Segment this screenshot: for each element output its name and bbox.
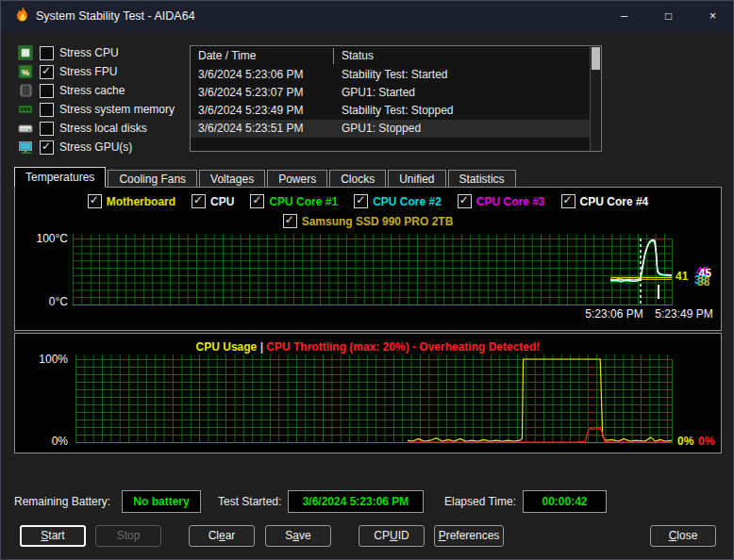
log-row[interactable]: 3/6/2024 5:23:07 PMGPU1: Started	[191, 84, 591, 102]
log-column-status[interactable]: Status	[342, 49, 374, 62]
status-label-remaining-battery: Remaining Battery:	[14, 495, 110, 508]
stress-option-label: Stress cache	[59, 84, 125, 97]
legend-checkbox-samsung-ssd-990-pro-2tb[interactable]	[283, 214, 297, 228]
log-cell-status: GPU1: Stopped	[342, 122, 421, 135]
usage-y-max-label: 100%	[25, 353, 68, 366]
temp-time-start-label: 5:23:06 PM	[580, 307, 648, 321]
fpu-icon: %	[18, 64, 33, 79]
legend-label: CPU Core #4	[580, 195, 649, 208]
legend-cpu-core-3[interactable]: CPU Core #3	[458, 194, 545, 208]
status-label-test-started: Test Started:	[218, 495, 281, 508]
temp-y-min-label: 0°C	[26, 295, 68, 308]
start-button[interactable]: Start	[20, 525, 86, 547]
log-cell-date-time: 3/6/2024 5:23:49 PM	[198, 104, 303, 117]
close-window-button[interactable]: ×	[691, 1, 734, 31]
tab-cooling-fans[interactable]: Cooling Fans	[108, 170, 197, 188]
log-column-date-time[interactable]: Date / Time	[198, 49, 256, 62]
usage-y-min-label: 0%	[25, 435, 68, 448]
stress-option-stress-system-memory[interactable]: Stress system memory	[18, 101, 175, 118]
status-value-test-started: 3/6/2024 5:23:06 PM	[288, 490, 424, 513]
checkbox-stress-gpu-s[interactable]	[40, 140, 54, 155]
legend-cpu[interactable]: CPU	[192, 194, 234, 208]
temperature-chart-panel: MotherboardCPUCPU Core #1CPU Core #2CPU …	[14, 187, 722, 331]
stress-option-label: Stress GPU(s)	[59, 140, 132, 154]
close-button[interactable]: Close	[650, 525, 716, 547]
usage-title-part: |	[257, 340, 266, 354]
legend-cpu-core-2[interactable]: CPU Core #2	[354, 194, 442, 208]
legend-cpu-core-4[interactable]: CPU Core #4	[561, 194, 649, 208]
legend-label: CPU	[210, 195, 234, 208]
checkbox-stress-cache[interactable]	[40, 84, 54, 98]
cpu-usage-chart-title: CPU Usage | CPU Throttling (max: 20%) - …	[15, 340, 721, 354]
stop-button: Stop	[95, 525, 161, 547]
legend-checkbox-cpu-core-2[interactable]	[354, 194, 368, 208]
log-cell-date-time: 3/6/2024 5:23:51 PM	[198, 122, 303, 135]
tab-unified[interactable]: Unified	[388, 170, 445, 188]
log-cell-status: GPU1: Started	[342, 86, 415, 99]
column-separator[interactable]	[333, 48, 334, 64]
checkbox-stress-local-disks[interactable]	[40, 122, 54, 136]
log-row[interactable]: 3/6/2024 5:23:49 PMStability Test: Stopp…	[191, 102, 591, 120]
legend-motherboard[interactable]: Motherboard	[88, 194, 175, 208]
temp-value-38-4: 38	[697, 275, 709, 288]
maximize-button[interactable]: □	[646, 1, 691, 31]
stress-option-label: Stress CPU	[59, 46, 119, 59]
status-value-remaining-battery: No battery	[122, 490, 201, 513]
log-row[interactable]: 3/6/2024 5:23:06 PMStability Test: Start…	[191, 66, 591, 84]
legend-checkbox-cpu-core-4[interactable]	[561, 194, 576, 208]
checkbox-stress-fpu[interactable]	[40, 65, 54, 79]
legend-checkbox-cpu-core-1[interactable]	[250, 194, 264, 208]
clear-button[interactable]: Clear	[189, 525, 255, 547]
tab-statistics[interactable]: Statistics	[448, 170, 516, 188]
usage-chart-lines	[75, 359, 672, 442]
legend-label: Samsung SSD 990 PRO 2TB	[302, 215, 454, 228]
stress-option-stress-gpu-s[interactable]: Stress GPU(s)	[18, 139, 132, 156]
window-title: System Stability Test - AIDA64	[36, 9, 195, 23]
temp-value-41-0: 41	[676, 270, 688, 283]
event-log-table: Date / Time Status 3/6/2024 5:23:06 PMSt…	[190, 45, 602, 152]
stress-option-stress-cache[interactable]: Stress cache	[18, 82, 125, 99]
stress-option-stress-cpu[interactable]: Stress CPU	[18, 44, 119, 61]
stress-option-stress-fpu[interactable]: %Stress FPU	[18, 63, 117, 80]
legend-samsung-ssd-990-pro-2tb[interactable]: Samsung SSD 990 PRO 2TB	[283, 214, 454, 228]
temp-chart-lines	[73, 239, 672, 305]
usage-value-1: 0%	[698, 435, 714, 448]
status-label-elapsed-time: Elapsed Time:	[444, 495, 516, 508]
legend-checkbox-motherboard[interactable]	[88, 194, 102, 208]
cache-icon	[18, 83, 33, 98]
tab-powers[interactable]: Powers	[267, 170, 327, 188]
checkbox-stress-system-memory[interactable]	[40, 103, 54, 117]
log-cell-status: Stability Test: Started	[342, 68, 448, 81]
tab-clocks[interactable]: Clocks	[329, 170, 386, 188]
app-window: System Stability Test - AIDA64 – □ × Str…	[0, 0, 734, 560]
log-scrollbar-thumb[interactable]	[592, 47, 600, 70]
cpu-usage-chart-panel: CPU Usage | CPU Throttling (max: 20%) - …	[14, 333, 722, 453]
log-scrollbar[interactable]	[590, 46, 601, 151]
legend-checkbox-cpu-core-3[interactable]	[458, 194, 472, 208]
log-cell-date-time: 3/6/2024 5:23:07 PM	[198, 86, 303, 99]
legend-label: CPU Core #2	[373, 195, 442, 208]
legend-label: Motherboard	[107, 195, 175, 208]
status-value-elapsed-time: 00:00:42	[523, 490, 607, 513]
tab-voltages[interactable]: Voltages	[199, 170, 265, 188]
memory-icon	[18, 102, 33, 117]
stress-option-label: Stress FPU	[59, 65, 117, 78]
svg-text:%: %	[22, 68, 29, 77]
log-row[interactable]: 3/6/2024 5:23:51 PMGPU1: Stopped	[191, 120, 591, 138]
legend-label: CPU Core #3	[476, 195, 545, 208]
save-button[interactable]: Save	[265, 525, 331, 547]
minimize-button[interactable]: –	[602, 1, 646, 31]
stress-option-stress-local-disks[interactable]: Stress local disks	[18, 120, 147, 137]
usage-title-part: CPU Throttling (max: 20%) - Overheating …	[266, 340, 540, 354]
checkbox-stress-cpu[interactable]	[40, 46, 54, 60]
temp-time-end-label: 5:23:49 PM	[650, 307, 718, 321]
titlebar: System Stability Test - AIDA64 – □ ×	[1, 1, 733, 31]
cpuid-button[interactable]: CPUID	[359, 525, 425, 547]
legend-cpu-core-1[interactable]: CPU Core #1	[250, 194, 338, 208]
flame-icon	[14, 7, 31, 25]
event-log-header: Date / Time Status	[191, 46, 591, 66]
series-cpu-usage	[408, 359, 672, 441]
preferences-button[interactable]: Preferences	[434, 525, 504, 547]
tab-temperatures[interactable]: Temperatures	[14, 167, 106, 188]
legend-checkbox-cpu[interactable]	[192, 194, 206, 208]
